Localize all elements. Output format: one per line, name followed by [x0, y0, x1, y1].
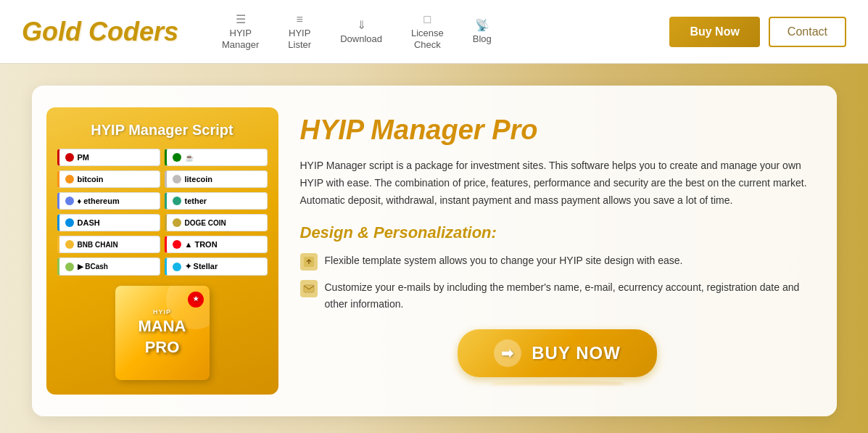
product-box: HYIP MANA PRO ★ [115, 286, 210, 380]
ep-dot [173, 153, 181, 162]
tether-label: tether [185, 197, 207, 205]
blog-icon: 📡 [475, 18, 489, 32]
ltc-label: litecoin [185, 175, 213, 183]
hero-section: HYIP Manager Script PM ☕ bitcoin litecoi… [0, 64, 868, 433]
product-description: HYIP Manager script is a package for inv… [300, 157, 815, 209]
nav-license-check[interactable]: □ LicenseCheck [411, 13, 444, 50]
svg-rect-1 [304, 285, 314, 292]
stellar-label: ✦ Stellar [185, 262, 218, 271]
feature-template-text: Flexible template system allows you to c… [325, 252, 683, 268]
crypto-ep: ☕ [165, 149, 268, 166]
dash-dot [65, 218, 74, 227]
button-reflection [492, 381, 623, 385]
crypto-stellar: ✦ Stellar [165, 257, 268, 276]
bcash-dot [65, 263, 74, 271]
dash-label: DASH [78, 218, 100, 227]
nav-license-label: LicenseCheck [411, 28, 444, 50]
pm-label: PM [78, 153, 90, 162]
btc-label: bitcoin [78, 175, 104, 183]
feature-template: Flexible template system allows you to c… [300, 252, 815, 271]
buy-now-button[interactable]: Buy Now [669, 17, 759, 47]
template-icon [300, 253, 318, 271]
nav-hyip-manager[interactable]: ☰ HYIPManager [222, 12, 259, 50]
nav-hyip-lister[interactable]: ≡ HYIPLister [288, 13, 311, 50]
nav-download[interactable]: ⇓ Download [340, 18, 382, 45]
buy-arrow-icon: ➡ [494, 339, 521, 367]
hyip-lister-icon: ≡ [297, 13, 303, 26]
doge-dot [173, 218, 181, 227]
buy-now-button-wrap: ➡ BUY NOW [300, 329, 815, 387]
nav-download-label: Download [340, 33, 382, 45]
crypto-bnb: BNB CHAIN [57, 236, 160, 253]
crypto-ethereum: ♦ ethereum [57, 192, 160, 210]
right-panel: HYIP Manager Pro HYIP Manager script is … [300, 107, 815, 395]
nav-actions: Buy Now Contact [669, 17, 846, 47]
product-title: HYIP Manager Pro [300, 115, 815, 146]
crypto-litecoin: litecoin [165, 170, 268, 188]
left-panel-title: HYIP Manager Script [91, 122, 233, 139]
hyip-manager-icon: ☰ [236, 12, 246, 26]
nav-hyip-manager-label: HYIPManager [222, 28, 259, 50]
crypto-dogecoin: DOGE COIN [165, 214, 268, 231]
bcash-label: ▶ BCash [78, 263, 108, 271]
crypto-tether: tether [165, 192, 268, 210]
site-logo[interactable]: Gold Coders [22, 17, 178, 47]
eth-label: ♦ ethereum [78, 197, 120, 205]
pm-dot [65, 153, 74, 162]
ep-label: ☕ [185, 154, 194, 162]
feature-email-text: Customize your e-mails by including the … [325, 279, 815, 312]
email-icon [300, 280, 318, 297]
crypto-dash: DASH [57, 214, 160, 231]
nav-blog-label: Blog [473, 33, 492, 45]
crypto-bitcoin: bitcoin [57, 170, 160, 188]
feature-email: Customize your e-mails by including the … [300, 279, 815, 312]
stellar-dot [173, 263, 181, 271]
nav-blog[interactable]: 📡 Blog [473, 18, 492, 45]
tether-dot [173, 197, 181, 205]
buy-now-label: BUY NOW [532, 343, 621, 363]
buy-now-big-button[interactable]: ➡ BUY NOW [458, 329, 657, 377]
nav-links: ☰ HYIPManager ≡ HYIPLister ⇓ Download □ … [222, 12, 669, 50]
eth-dot [65, 197, 74, 205]
nav-hyip-lister-label: HYIPLister [288, 28, 311, 50]
crypto-grid: PM ☕ bitcoin litecoin ♦ ethereum [57, 149, 268, 276]
main-card: HYIP Manager Script PM ☕ bitcoin litecoi… [32, 86, 837, 416]
crypto-tron: ▲ TRON [165, 236, 268, 253]
tron-label: ▲ TRON [185, 240, 218, 249]
btc-dot [65, 175, 74, 183]
ltc-dot [173, 175, 181, 183]
crypto-bcash: ▶ BCash [57, 257, 160, 276]
navbar: Gold Coders ☰ HYIPManager ≡ HYIPLister ⇓… [0, 0, 868, 64]
tron-dot [173, 240, 181, 249]
download-icon: ⇓ [357, 18, 366, 32]
product-box-text: HYIP MANA PRO ★ [139, 308, 186, 358]
bnb-label: BNB CHAIN [78, 241, 118, 249]
left-panel: HYIP Manager Script PM ☕ bitcoin litecoi… [46, 107, 278, 395]
bnb-dot [65, 240, 74, 249]
doge-label: DOGE COIN [185, 219, 226, 227]
license-icon: □ [424, 13, 431, 26]
contact-button[interactable]: Contact [769, 17, 846, 47]
crypto-pm: PM [57, 149, 160, 166]
design-section-title: Design & Personalization: [300, 223, 815, 242]
